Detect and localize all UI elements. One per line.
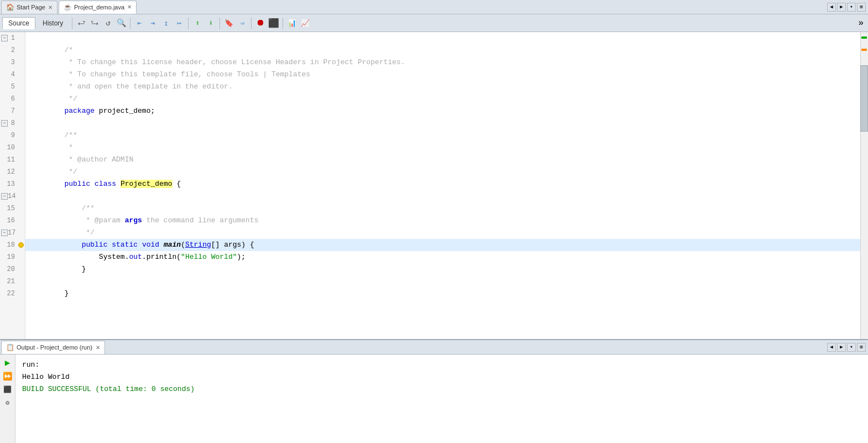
output-maximize-btn[interactable]: ⊞ xyxy=(857,343,866,352)
line-num-14: 14 xyxy=(8,190,18,202)
output-prev-btn[interactable]: ◀ xyxy=(827,343,836,352)
close-start-page[interactable]: ✕ xyxy=(48,4,53,11)
fold-btn-1[interactable]: − xyxy=(1,35,8,41)
line-num-10: 10 xyxy=(7,142,17,154)
line-num-11: 11 xyxy=(7,154,17,166)
line-num-4: 4 xyxy=(8,69,17,81)
navigate-back-btn[interactable]: ⬇ xyxy=(205,17,217,29)
breakpoint-marker-18[interactable] xyxy=(18,242,24,248)
gutter-row-11: 11 xyxy=(0,154,25,166)
output-dropdown-btn[interactable]: ▾ xyxy=(847,343,856,352)
code-line-14: /** xyxy=(25,190,860,202)
code-line-15: * @param args the command line arguments xyxy=(25,202,860,215)
gutter-row-13: 13 xyxy=(0,178,25,190)
line-num-9: 9 xyxy=(8,129,17,142)
output-tab[interactable]: 📋 Output - Project_demo (run) ✕ xyxy=(1,341,105,354)
code-line-22 xyxy=(25,288,860,300)
line-num-6: 6 xyxy=(8,93,17,105)
scrollbar-thumb[interactable] xyxy=(860,65,868,132)
code-line-10: * @author ADMIN xyxy=(25,142,860,154)
source-tab-btn[interactable]: Source xyxy=(2,17,35,29)
output-next-btn[interactable]: ▶ xyxy=(837,343,846,352)
gutter-row-7: 7 xyxy=(0,105,25,117)
output-left-buttons: ▶ ⏩ ⬛ ⚙ xyxy=(0,355,15,443)
output-line-run: run: xyxy=(22,359,861,371)
code-line-21: } xyxy=(25,275,860,288)
line-num-17: 17 xyxy=(8,227,18,239)
line-num-16: 16 xyxy=(7,215,17,227)
reload-btn[interactable]: ↺ xyxy=(102,17,114,29)
gutter-row-1: − 1 xyxy=(0,32,25,44)
fold-btn-8[interactable]: − xyxy=(1,120,8,127)
navigate-fwd-btn[interactable]: ⬆ xyxy=(191,17,203,29)
tab-maximize-btn[interactable]: ⊞ xyxy=(857,3,866,12)
right-scrollbar[interactable] xyxy=(860,32,868,339)
line-num-21: 21 xyxy=(7,275,17,288)
stop-output-btn[interactable]: ⬛ xyxy=(2,383,14,395)
start-page-label: Start Page xyxy=(17,4,45,11)
stop-btn[interactable]: ⏺ xyxy=(254,17,266,29)
step-into-btn[interactable]: ⇥ xyxy=(147,17,159,29)
code-line-9: * xyxy=(25,129,860,142)
line-num-18: 18 xyxy=(7,239,17,251)
forward-btn[interactable]: ⮑ xyxy=(88,17,101,29)
toolbar-expand-btn[interactable]: » xyxy=(856,18,866,28)
code-line-6: package project_demo; xyxy=(25,93,860,105)
project-demo-tab-label: Project_demo.java xyxy=(74,4,124,11)
bookmark-next-btn[interactable]: ⇒ xyxy=(236,17,248,29)
line-num-2: 2 xyxy=(8,44,17,56)
code-lines[interactable]: /* * To change this license header, choo… xyxy=(25,32,860,339)
run-btn[interactable]: ▶ xyxy=(2,357,14,369)
gutter-row-14: − 14 xyxy=(0,190,25,202)
watch-btn[interactable]: 📊 xyxy=(286,17,298,29)
step-out-btn[interactable]: ↥ xyxy=(160,17,172,29)
run-all-btn[interactable]: ⏩ xyxy=(2,370,14,382)
output-text-area[interactable]: run: Hello World BUILD SUCCESSFUL (total… xyxy=(15,355,868,443)
line-num-5: 5 xyxy=(8,81,17,93)
close-output-tab[interactable]: ✕ xyxy=(96,345,100,351)
code-line-1: /* xyxy=(25,32,860,44)
step-back-btn[interactable]: ⇤ xyxy=(133,17,145,29)
gutter-row-6: 6 xyxy=(0,93,25,105)
watches-btn[interactable]: 📈 xyxy=(299,17,311,29)
toolbar-separator-3 xyxy=(188,18,189,29)
tab-prev-btn[interactable]: ◀ xyxy=(827,3,836,12)
tab-project-demo[interactable]: ☕ Project_demo.java ✕ xyxy=(59,1,137,14)
stop-session-btn[interactable]: ⬛ xyxy=(268,17,280,29)
code-line-12: public class Project_demo { xyxy=(25,166,860,178)
output-line-hello: Hello World xyxy=(22,371,861,383)
toolbar-separator-6 xyxy=(283,18,283,29)
gutter-row-10: 10 xyxy=(0,142,25,154)
tab-next-btn[interactable]: ▶ xyxy=(837,3,846,12)
toolbar-separator-2 xyxy=(130,18,130,29)
line-num-19: 19 xyxy=(7,251,17,263)
history-tab-btn[interactable]: History xyxy=(36,17,69,29)
find-btn[interactable]: 🔍 xyxy=(115,17,127,29)
toolbar-separator-4 xyxy=(219,18,220,29)
back-btn[interactable]: ⮐ xyxy=(75,17,87,29)
scroll-marker-orange xyxy=(861,49,867,51)
output-panel: 📋 Output - Project_demo (run) ✕ ◀ ▶ ▾ ⊞ … xyxy=(0,339,868,443)
close-project-demo[interactable]: ✕ xyxy=(127,4,132,10)
gutter-row-12: 12 xyxy=(0,166,25,178)
code-editor[interactable]: /* * To change this license header, choo… xyxy=(25,32,860,339)
editor-area: − 1 2 3 4 5 6 xyxy=(0,32,868,339)
bookmark-btn[interactable]: 🔖 xyxy=(223,17,235,29)
tab-start-page[interactable]: 🏠 Start Page ✕ xyxy=(1,1,57,14)
tab-dropdown-btn[interactable]: ▾ xyxy=(847,3,856,12)
fold-btn-14[interactable]: − xyxy=(1,193,8,200)
line-num-1: 1 xyxy=(8,32,17,44)
gutter-row-9: 9 xyxy=(0,129,25,142)
output-line-build: BUILD SUCCESSFUL (total time: 0 seconds) xyxy=(22,383,861,395)
code-line-8: /** xyxy=(25,117,860,129)
gutter-row-19: 19 xyxy=(0,251,25,263)
run-to-cursor-btn[interactable]: ↦ xyxy=(173,17,185,29)
source-toolbar: Source History ⮐ ⮑ ↺ 🔍 ⇤ ⇥ ↥ ↦ ⬆ ⬇ 🔖 ⇒ ⏺… xyxy=(0,14,868,32)
output-tab-icon: 📋 xyxy=(6,343,14,351)
gutter-row-2: 2 xyxy=(0,44,25,56)
fold-btn-17[interactable]: − xyxy=(1,230,8,236)
line-number-gutter: − 1 2 3 4 5 6 xyxy=(0,32,25,339)
settings-output-btn[interactable]: ⚙ xyxy=(2,397,14,409)
gutter-row-8: − 8 xyxy=(0,117,25,129)
code-line-20 xyxy=(25,263,860,275)
